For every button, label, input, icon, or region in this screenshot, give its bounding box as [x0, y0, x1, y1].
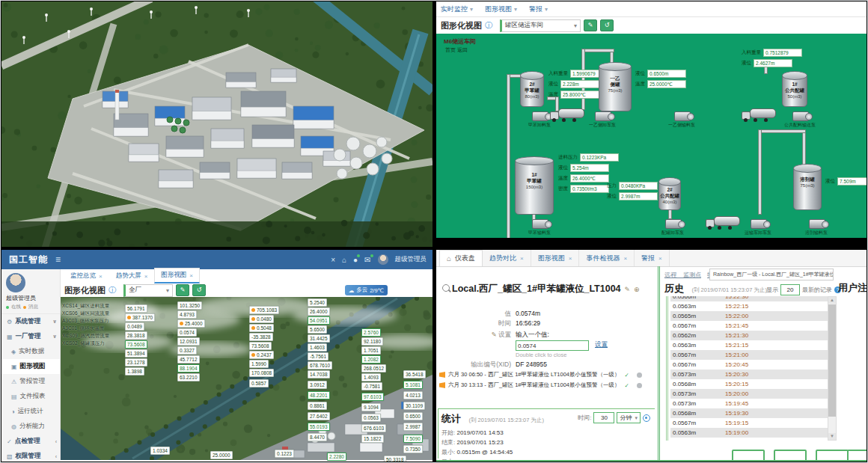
home-back-links[interactable]: 首页 返回	[445, 46, 468, 54]
stat-value: 2.8331m @ 14:53:07	[456, 459, 513, 462]
sidebar-item-icon: ▧	[7, 453, 13, 460]
map-value-chip: -0.7581	[361, 382, 382, 390]
edit-button[interactable]: ✎	[176, 284, 189, 296]
tab-图形视图[interactable]: 图形视图×	[154, 268, 200, 283]
user-icon[interactable]: ●	[353, 256, 358, 264]
close-icon[interactable]: ×	[99, 273, 103, 280]
online-dot	[6, 306, 9, 309]
home-icon[interactable]: ⌂	[342, 256, 346, 264]
mail-icon[interactable]: ✉	[364, 256, 370, 264]
remote-link[interactable]: 远程__监测点	[664, 272, 701, 278]
sidebar-item-实时数据[interactable]: ◈实时数据	[1, 344, 60, 359]
home-icon: ⌂	[447, 254, 451, 263]
map-value-chip: 676.6103	[361, 424, 386, 432]
view-select[interactable]: 罐区储运车间 ▾	[500, 19, 581, 32]
tab-监控总览[interactable]: 监控总览×	[64, 269, 109, 283]
refresh-button[interactable]: ↺	[192, 284, 206, 296]
map-value-chip: 9.1094	[361, 403, 381, 411]
close-icon[interactable]: ×	[144, 273, 148, 280]
menubar-item[interactable]: 图形视图▾	[485, 4, 517, 14]
history-time: 15:18:45	[725, 438, 748, 441]
pencil-icon: ✎	[492, 331, 497, 338]
plant-select[interactable]: 全厂 ▾	[123, 284, 173, 297]
readout-label: 液位	[607, 193, 617, 200]
scrollbar-thumb[interactable]	[828, 304, 836, 417]
map-value-chip: 36.5418	[403, 370, 426, 378]
scroll-up-icon[interactable]: ▲	[828, 297, 836, 304]
readout-value: 0.0480KPa	[619, 182, 658, 190]
history-scrollbar[interactable]: ▲ ▼	[828, 296, 837, 441]
sidebar-item-系统管理[interactable]: ⚙系统管理∨	[1, 314, 60, 329]
close-icon[interactable]: ×	[520, 255, 524, 262]
tab-趋势对比[interactable]: 趋势对比×	[483, 250, 531, 266]
sidebar-item-警报管理[interactable]: ⚠警报管理	[1, 374, 60, 389]
tab-label: 仪表盘	[455, 254, 475, 263]
close-icon[interactable]: ×	[569, 255, 572, 262]
close-icon[interactable]: ×	[658, 255, 662, 262]
tab-趋势大屏[interactable]: 趋势大屏×	[109, 269, 155, 283]
chevron-icon: ‹	[55, 454, 57, 459]
sidebar-avatar[interactable]	[6, 273, 25, 292]
chip-value: 5.2540	[310, 299, 325, 306]
close-icon[interactable]: ×	[623, 255, 627, 262]
pump	[595, 111, 611, 121]
chip-value: 3.0912	[310, 381, 325, 388]
point-selector[interactable]: Rainbow_西厂一级 - Local.西厂_罐区_1#甲苯罐液位_LT100…	[709, 269, 834, 280]
history-row: 0.0567m15:21:00	[670, 350, 828, 360]
bottom-button[interactable]	[847, 450, 867, 462]
history-row: 0.0573m15:20:30	[670, 370, 828, 379]
menubar-item[interactable]: 实时监控▾	[441, 4, 473, 14]
map-value-chip: 25.0000	[210, 451, 233, 459]
tab-警报[interactable]: 警报×	[635, 250, 670, 266]
sidebar-item-点检管理[interactable]: ✓点检管理‹	[1, 434, 60, 449]
avatar[interactable]	[378, 254, 388, 265]
stat-line: 开始: 2019/07/01 14:53	[441, 429, 652, 437]
bottom-button[interactable]	[732, 450, 765, 462]
menubar-item[interactable]: 警报▾	[529, 4, 548, 14]
chip-value: 676.6103	[364, 425, 384, 432]
refresh-radio[interactable]	[643, 414, 650, 422]
sidebar-item-图形视图[interactable]: ▣图形视图	[1, 359, 60, 374]
more-icon[interactable]: ⊕	[634, 286, 640, 293]
tank-top	[599, 62, 632, 71]
truck-wheel	[754, 118, 757, 122]
bottom-button[interactable]	[774, 450, 807, 462]
period-input[interactable]	[593, 412, 614, 423]
point-title: Local.西厂_罐区_1#甲苯罐液位_LT1004	[452, 283, 621, 294]
map-value-chip: 25.4000	[177, 319, 205, 328]
value-input[interactable]	[516, 340, 589, 351]
set-link[interactable]: 设置	[595, 340, 608, 351]
bottom-button[interactable]	[816, 450, 849, 462]
cloud-icon: ☁	[349, 287, 355, 294]
sidebar-item-运行统计[interactable]: ◑运行统计	[1, 404, 60, 419]
period-unit-select[interactable]: 分钟▾	[617, 412, 641, 423]
chip-value: 28.3818	[127, 332, 145, 339]
edit-icon[interactable]: ✎	[625, 286, 631, 293]
tank-capacity: 75(m3)	[794, 183, 821, 188]
alarm-row[interactable]: 六月 30 13:13 - 西厂_罐区 1#甲苯罐液位 LT1004最小值预警（…	[439, 381, 642, 389]
history-value: 0.0563m	[670, 301, 725, 311]
sidebar-item-权限管理[interactable]: ▧权限管理‹	[1, 449, 60, 462]
tab-事件检视器[interactable]: 事件检视器×	[579, 250, 635, 266]
scroll-down-icon[interactable]: ▼	[828, 433, 836, 440]
hamburger-icon[interactable]: ≡	[55, 254, 61, 265]
close-icon[interactable]: ×	[189, 272, 193, 279]
sidebar-item-分析能力[interactable]: ◍分析能力	[1, 419, 60, 434]
sidebar-item-文件报表[interactable]: ▤文件报表	[1, 389, 60, 404]
edit-button[interactable]: ✎	[584, 19, 597, 31]
record-count-input[interactable]	[780, 284, 800, 295]
refresh-button[interactable]: ↺	[600, 19, 614, 31]
history-time: 15:22:00	[725, 311, 748, 321]
map-3d-view[interactable]: XCS14_罐区进料流量XCS06_罐区回流流量A3C03_循环水泵压力A3C0…	[61, 297, 431, 460]
chip-value: -5.7561	[310, 353, 326, 360]
tab-图形视图[interactable]: 图形视图×	[531, 250, 580, 266]
tank-label: 2#公共配罐40(m3)	[659, 187, 680, 205]
scada-menubar: 实时监控▾图形视图▾警报▾	[436, 1, 867, 17]
camera-icon[interactable]	[637, 372, 642, 378]
alarm-row[interactable]: 六月 30 06:50 - 西厂_罐区 1#甲苯罐液位 LT1004最小值预警（…	[439, 371, 642, 378]
close-icon[interactable]: ×	[331, 256, 335, 264]
sidebar-item-一厂管理[interactable]: ▦一厂管理∨	[1, 329, 60, 344]
camera-icon[interactable]	[637, 383, 642, 388]
tab-仪表盘[interactable]: ⌂仪表盘	[439, 250, 483, 266]
map-value-chip: 4.0213	[403, 391, 423, 399]
